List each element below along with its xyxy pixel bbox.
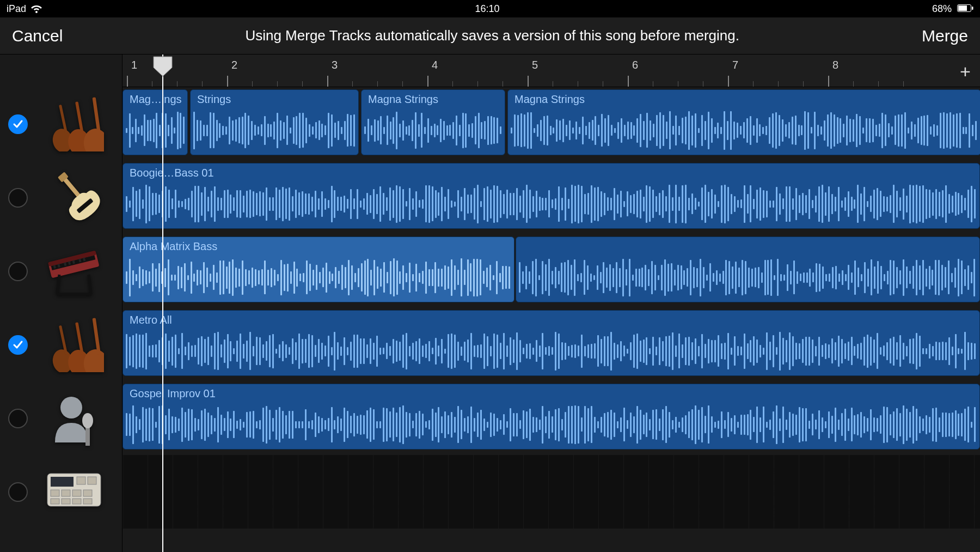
tracks-area[interactable]: Mag…ingsStringsMagna StringsMagna String… <box>122 87 980 552</box>
track-header-strings2[interactable] <box>0 308 122 381</box>
waveform <box>191 106 358 155</box>
header-message: Using Merge Tracks automatically saves a… <box>245 27 739 44</box>
bar-number: 5 <box>532 59 538 71</box>
svg-rect-36 <box>51 490 59 496</box>
track-lane-bass[interactable]: Boogie…Bass 01 <box>122 161 980 234</box>
cancel-button[interactable]: Cancel <box>12 27 63 45</box>
audio-region[interactable]: Strings <box>190 89 359 155</box>
merge-header: Cancel Using Merge Tracks automatically … <box>0 17 980 54</box>
track-select-checkbox[interactable] <box>8 335 28 355</box>
region-label: Mag…ings <box>130 93 182 106</box>
svg-rect-6 <box>75 101 84 134</box>
audio-region[interactable]: Magna Strings <box>361 89 505 155</box>
waveform <box>123 106 187 155</box>
svg-rect-34 <box>77 477 85 484</box>
svg-point-26 <box>82 348 104 372</box>
track-header-strings1[interactable] <box>0 87 122 161</box>
audio-region[interactable]: Metro All <box>122 310 980 376</box>
timeline[interactable]: + 12345678 Mag…ingsStringsMagna StringsM… <box>122 54 980 552</box>
waveform <box>123 180 979 228</box>
waveform <box>123 327 979 375</box>
waveform <box>508 106 980 155</box>
audio-region[interactable]: Alpha Matrix Bass <box>122 236 514 302</box>
battery-percent: 68% <box>932 3 952 15</box>
svg-rect-2 <box>972 7 973 10</box>
svg-rect-38 <box>72 490 81 496</box>
status-bar: iPad 16:10 68% <box>0 0 980 17</box>
strings-icon <box>44 318 104 372</box>
track-headers <box>0 54 122 552</box>
region-label: Strings <box>197 93 231 106</box>
waveform <box>123 253 514 302</box>
track-lane-vocal[interactable]: Gospel Improv 01 <box>122 381 980 455</box>
svg-rect-43 <box>83 499 92 504</box>
track-select-checkbox[interactable] <box>8 262 28 281</box>
track-header-synth[interactable] <box>0 234 122 308</box>
svg-rect-8 <box>93 97 101 134</box>
region-label: Metro All <box>130 314 172 326</box>
svg-point-30 <box>82 413 93 428</box>
svg-rect-35 <box>88 477 96 484</box>
audio-region[interactable]: Gospel Improv 01 <box>122 384 980 450</box>
audio-region[interactable]: Boogie…Bass 01 <box>122 163 980 229</box>
device-label: iPad <box>7 3 26 15</box>
track-header-bass[interactable] <box>0 161 122 234</box>
track-select-checkbox[interactable] <box>8 482 28 502</box>
keys-icon <box>44 244 104 299</box>
bar-number: 3 <box>332 59 338 71</box>
svg-rect-33 <box>51 477 74 487</box>
svg-rect-1 <box>958 5 967 11</box>
svg-rect-41 <box>62 499 70 504</box>
bar-number: 1 <box>131 59 137 71</box>
svg-rect-42 <box>72 499 81 504</box>
vocal-icon <box>44 391 104 446</box>
bar-number: 4 <box>432 59 438 71</box>
svg-rect-39 <box>83 490 92 496</box>
svg-point-7 <box>82 127 104 151</box>
track-lane-drums[interactable] <box>122 455 980 529</box>
track-select-checkbox[interactable] <box>8 409 28 428</box>
bar-number: 2 <box>231 59 237 71</box>
svg-point-28 <box>60 397 82 418</box>
track-header-vocal[interactable] <box>0 381 122 455</box>
region-label: Boogie…Bass 01 <box>130 167 214 179</box>
region-label: Gospel Improv 01 <box>130 387 216 400</box>
waveform <box>123 401 979 449</box>
track-lane-synth[interactable]: Alpha Matrix Bass <box>122 234 980 308</box>
merge-button[interactable]: Merge <box>922 27 968 45</box>
svg-rect-27 <box>93 318 101 355</box>
track-header-drums[interactable] <box>0 455 122 529</box>
svg-rect-40 <box>51 499 59 504</box>
audio-region[interactable] <box>516 236 980 302</box>
wifi-icon <box>30 4 42 13</box>
track-select-checkbox[interactable] <box>8 114 28 134</box>
strings-icon <box>44 97 104 151</box>
track-select-checkbox[interactable] <box>8 188 28 208</box>
ruler[interactable]: + 12345678 <box>122 54 980 87</box>
guitar-icon <box>44 171 104 225</box>
battery-icon <box>957 3 973 15</box>
track-lane-strings1[interactable]: Mag…ingsStringsMagna StringsMagna String… <box>122 87 980 161</box>
bar-number: 7 <box>732 59 738 71</box>
bar-number: 6 <box>632 59 638 71</box>
region-label: Alpha Matrix Bass <box>130 240 217 253</box>
region-label: Magna Strings <box>368 93 438 106</box>
audio-region[interactable]: Mag…ings <box>122 89 188 155</box>
bar-number: 8 <box>832 59 838 71</box>
waveform <box>516 253 979 302</box>
waveform <box>362 106 505 155</box>
region-label: Magna Strings <box>514 93 585 106</box>
audio-region[interactable]: Magna Strings <box>507 89 980 155</box>
clock: 16:10 <box>475 3 499 15</box>
add-section-button[interactable]: + <box>956 62 975 81</box>
drummachine-icon <box>44 465 104 519</box>
svg-rect-37 <box>62 490 70 496</box>
svg-rect-25 <box>75 322 84 354</box>
track-lane-strings2[interactable]: Metro All <box>122 308 980 381</box>
